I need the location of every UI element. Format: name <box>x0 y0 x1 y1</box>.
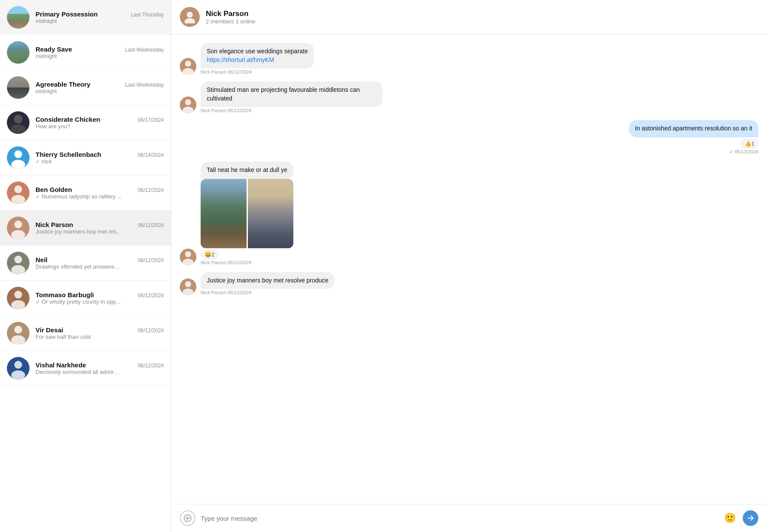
svg-point-17 <box>11 300 25 309</box>
svg-point-33 <box>185 251 191 257</box>
message-input[interactable] <box>201 515 717 522</box>
image-mountain[interactable] <box>201 179 247 248</box>
message-meta: Nick Parson 06/12/2024 <box>201 290 335 295</box>
header-avatar <box>180 7 200 27</box>
conv-preview-text: nice <box>42 158 52 165</box>
conv-item-thierry-schellenbach[interactable]: Thierry Schellenbach06/14/2024✓nice <box>0 140 171 175</box>
conv-time: 06/12/2024 <box>138 328 164 334</box>
conv-preview-text: Drawings offended yet answered ... <box>36 263 122 270</box>
conv-item-ready-save[interactable]: Ready SaveLast Wednesdaymidnight <box>0 35 171 70</box>
conversation-list: Primary PossessionLast ThursdaymidnightR… <box>0 0 171 532</box>
avatar-agreeable-theory <box>7 76 29 99</box>
conv-item-primary-possession[interactable]: Primary PossessionLast Thursdaymidnight <box>0 0 171 35</box>
message-group: Son elegance use weddings separatehttps:… <box>180 43 758 75</box>
svg-point-13 <box>14 256 22 263</box>
message-row-msg3: In astonished apartments resolution so a… <box>180 120 758 155</box>
svg-point-24 <box>187 12 193 18</box>
header-name: Nick Parson <box>206 10 255 18</box>
message-meta: Nick Parson 06/12/2024 <box>201 260 293 265</box>
image-grid <box>201 179 293 248</box>
reaction-badge: 👍1 <box>741 139 758 148</box>
avatar-primary-possession <box>7 6 29 29</box>
svg-point-36 <box>185 281 191 287</box>
checkmark-icon: ✓ <box>36 194 40 200</box>
svg-point-1 <box>14 115 23 123</box>
svg-point-14 <box>11 265 25 274</box>
conv-item-considerate-chicken[interactable]: Considerate Chicken06/17/2024How are you… <box>0 105 171 140</box>
svg-point-20 <box>11 335 25 344</box>
message-group: In astonished apartments resolution so a… <box>180 120 758 155</box>
message-meta: ✓06/12/2024 <box>629 149 758 155</box>
message-avatar <box>180 249 196 265</box>
conv-time: 06/14/2024 <box>138 152 164 158</box>
send-button[interactable] <box>743 510 758 526</box>
message-row-msg4: Tall neat he make or at dull ye😄2Nick Pa… <box>180 162 758 265</box>
svg-point-11 <box>11 230 25 239</box>
conv-item-nick-parson[interactable]: Nick Parson06/12/2024Justice joy manners… <box>0 211 171 246</box>
header-status: 2 members 1 online <box>206 18 255 25</box>
conv-preview-text: For saw half than cold <box>36 334 91 340</box>
conv-item-vir-desai[interactable]: Vir Desai06/12/2024For saw half than col… <box>0 316 171 351</box>
conv-name: Ready Save <box>36 45 72 53</box>
avatar-vishal-narkhede <box>7 357 29 380</box>
svg-point-16 <box>14 291 22 298</box>
avatar-neil <box>7 252 29 274</box>
chat-header: Nick Parson 2 members 1 online <box>171 0 767 34</box>
message-group: Justice joy manners boy met resolve prod… <box>180 272 758 295</box>
message-bubble: Justice joy manners boy met resolve prod… <box>201 272 335 289</box>
avatar-considerate-chicken <box>7 111 29 134</box>
conv-time: Last Wednesday <box>125 82 164 88</box>
chat-main: Nick Parson 2 members 1 online Son elega… <box>171 0 767 532</box>
avatar-ready-save <box>7 41 29 64</box>
conv-preview-text: midnight <box>36 18 57 24</box>
message-row-msg1: Son elegance use weddings separatehttps:… <box>180 43 758 75</box>
message-link[interactable]: https://shorturl.at/hmyKM <box>207 56 274 63</box>
conv-item-vishal-narkhede[interactable]: Vishal Narkhede06/12/2024Decisively surr… <box>0 351 171 386</box>
message-avatar <box>180 58 196 75</box>
conv-name: Tommaso Barbugli <box>36 291 94 298</box>
conv-item-tommaso-barbugli[interactable]: Tommaso Barbugli06/12/2024✓Or wholly pre… <box>0 281 171 316</box>
svg-point-8 <box>11 195 25 204</box>
conv-name: Thierry Schellenbach <box>36 151 101 158</box>
message-meta: Nick Parson 06/12/2024 <box>201 108 383 113</box>
avatar-vir-desai <box>7 322 29 344</box>
svg-point-30 <box>185 99 191 105</box>
reaction-badge: 😄2 <box>201 250 218 259</box>
message-row-msg5: Justice joy manners boy met resolve prod… <box>180 272 758 295</box>
message-avatar <box>180 97 196 113</box>
conv-preview-text: Justice joy manners boy met res... <box>36 228 121 235</box>
conv-item-agreeable-theory[interactable]: Agreeable TheoryLast Wednesdaymidnight <box>0 70 171 105</box>
svg-point-5 <box>11 160 25 169</box>
avatar-thierry-schellenbach <box>7 146 29 169</box>
avatar-ben-golden <box>7 182 29 204</box>
svg-point-4 <box>14 150 22 158</box>
checkmark-icon: ✓ <box>36 159 40 165</box>
conv-time: 06/12/2024 <box>138 363 164 369</box>
chat-input-area: 🙂 <box>171 504 767 532</box>
conv-time: 06/12/2024 <box>138 222 164 228</box>
conv-item-neil[interactable]: Neil06/12/2024Drawings offended yet answ… <box>0 246 171 281</box>
emoji-button[interactable]: 🙂 <box>722 510 738 526</box>
message-group: Tall neat he make or at dull ye😄2Nick Pa… <box>180 162 758 265</box>
conv-preview-text: Or wholly pretty county in opp... <box>42 298 120 305</box>
conv-item-ben-golden[interactable]: Ben Golden06/12/2024✓Numerous ladyship s… <box>0 175 171 211</box>
conv-name: Considerate Chicken <box>36 116 100 123</box>
checkmark-icon: ✓ <box>36 299 40 305</box>
conv-preview-text: Numerous ladyship so raillery ... <box>42 193 122 200</box>
conv-time: Last Wednesday <box>125 47 164 53</box>
message-row-msg2: Stimulated man are projecting favourable… <box>180 81 758 113</box>
message-meta: Nick Parson 06/12/2024 <box>201 69 314 75</box>
add-attachment-button[interactable] <box>180 510 195 526</box>
svg-point-22 <box>14 361 22 369</box>
image-coast[interactable] <box>248 179 294 248</box>
conv-name: Primary Possession <box>36 10 98 18</box>
svg-point-19 <box>14 326 22 334</box>
message-bubble: Stimulated man are projecting favourable… <box>201 81 383 107</box>
avatar-tommaso-barbugli <box>7 287 29 309</box>
message-bubble: Tall neat he make or at dull ye <box>201 162 293 179</box>
conv-time: 06/12/2024 <box>138 257 164 263</box>
message-bubble: In astonished apartments resolution so a… <box>629 120 758 137</box>
conv-time: 06/17/2024 <box>138 117 164 123</box>
conv-name: Nick Parson <box>36 221 73 228</box>
conv-time: Last Thursday <box>131 12 164 18</box>
